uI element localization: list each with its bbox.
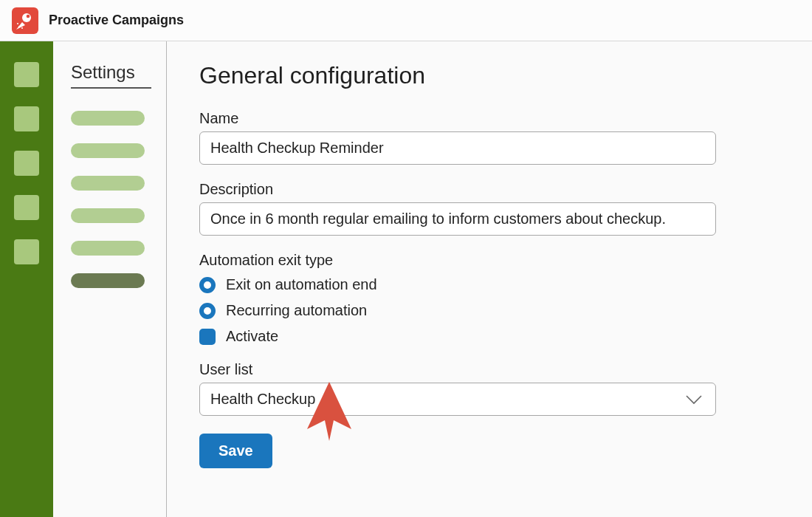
description-input[interactable]: [199, 202, 716, 236]
sidebar-item[interactable]: [71, 143, 145, 158]
svg-point-3: [17, 23, 18, 24]
radio-icon: [199, 277, 216, 293]
sidebar-item[interactable]: [71, 208, 145, 223]
save-button-label: Save: [219, 442, 253, 459]
svg-point-0: [22, 13, 31, 22]
app-logo-icon: [12, 7, 38, 34]
userlist-select[interactable]: Health Checkup: [199, 383, 716, 416]
sidebar-item[interactable]: [71, 111, 145, 126]
description-label: Description: [199, 181, 768, 198]
sidebar-item-active[interactable]: [71, 273, 145, 288]
checkbox-icon: [199, 329, 216, 345]
svg-point-1: [27, 14, 30, 18]
rail-item[interactable]: [14, 62, 39, 87]
top-bar: Proactive Campaigns: [0, 0, 812, 41]
svg-point-4: [21, 27, 23, 29]
brand-title: Proactive Campaigns: [49, 13, 184, 28]
settings-sidebar: Settings: [53, 41, 167, 517]
userlist-value: Health Checkup: [210, 391, 315, 407]
rail-item[interactable]: [14, 106, 39, 131]
checkbox-label: Activate: [226, 328, 278, 345]
radio-label: Exit on automation end: [226, 276, 377, 293]
name-input[interactable]: [199, 131, 716, 165]
checkbox-activate[interactable]: Activate: [199, 328, 768, 345]
rail-item[interactable]: [14, 195, 39, 220]
page-title: General configuration: [199, 62, 768, 89]
sidebar-item[interactable]: [71, 176, 145, 191]
sidebar-title: Settings: [71, 62, 151, 89]
save-button[interactable]: Save: [199, 434, 272, 468]
main-content: General configuration Name Description A…: [167, 41, 812, 517]
name-label: Name: [199, 110, 768, 127]
sidebar-item[interactable]: [71, 241, 145, 256]
radio-icon: [199, 303, 216, 319]
svg-point-2: [18, 26, 20, 27]
radio-label: Recurring automation: [226, 302, 367, 319]
userlist-label: User list: [199, 361, 768, 378]
exit-type-label: Automation exit type: [199, 252, 768, 269]
rail-item[interactable]: [14, 239, 39, 264]
radio-recurring[interactable]: Recurring automation: [199, 302, 768, 319]
nav-rail: [0, 41, 53, 517]
rail-item[interactable]: [14, 151, 39, 176]
radio-exit-on-end[interactable]: Exit on automation end: [199, 276, 768, 293]
